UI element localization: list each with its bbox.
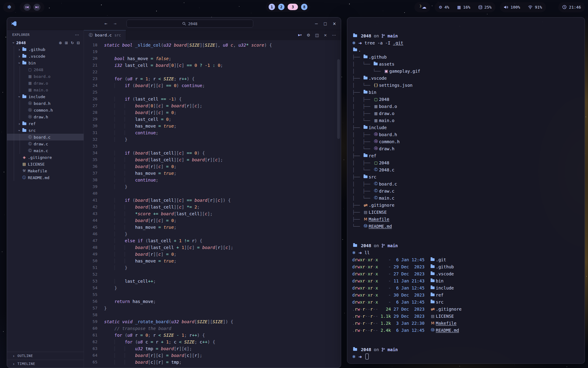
explorer-item-board.h[interactable]: Ⓗboard.h [7, 100, 84, 107]
maximize-button[interactable]: □ [323, 21, 327, 26]
code-line-61[interactable]: 61 for (u8 r = 0; r < SIZE - 1; r++) { [84, 332, 341, 339]
code-line-60[interactable]: 60 // transpose the board [84, 325, 341, 332]
code-line-37[interactable]: 37 has_move = true; [84, 170, 341, 177]
code-line-63[interactable]: 63 u32 tmp = board[r][c]; [84, 345, 341, 352]
code-line-57[interactable]: 57} [84, 305, 341, 312]
code-line-26[interactable]: 26 if (last_cell == -1) { [84, 96, 341, 102]
clock-widget[interactable]: 21:46 [558, 2, 585, 12]
code-line-40[interactable]: 40 [84, 190, 341, 197]
media-next-button[interactable] [33, 4, 40, 11]
forward-button[interactable]: → [114, 21, 116, 26]
editor-scrollbar[interactable] [337, 59, 340, 139]
code-line-41[interactable]: 41 if (board[last_cell][c] == board[r][c… [84, 197, 341, 204]
code-line-62[interactable]: 62 for (u8 c = r + 1; c < SIZE; c++) { [84, 339, 341, 345]
explorer-root-folder[interactable]: › 2048 ⊕ ⊞ ↻ ⊟ [7, 39, 84, 46]
explorer-item-.vscode[interactable]: ›.vscode [7, 53, 84, 59]
workspace-8[interactable]: 8 [301, 4, 307, 10]
explorer-item-board.c[interactable]: Ⓒboard.c [7, 134, 84, 140]
explorer-item-draw.c[interactable]: Ⓒdraw.c [7, 140, 84, 147]
code-line-32[interactable]: 32 } [84, 136, 341, 143]
explorer-item-draw.o[interactable]: ▦draw.o [7, 80, 84, 86]
explorer-item-include[interactable]: ›include [7, 93, 84, 100]
code-line-34[interactable]: 34 if (board[last_cell][c] == 0) { [84, 150, 341, 156]
code-line-58[interactable]: 58 [84, 312, 341, 318]
explorer-item-draw.h[interactable]: Ⓗdraw.h [7, 113, 84, 120]
explorer-item-board.o[interactable]: ▦board.o [7, 73, 84, 80]
code-line-31[interactable]: 31 continue; [84, 129, 341, 136]
code-line-47[interactable]: 47 else if (last_cell + 1 != r) { [84, 237, 341, 244]
code-line-39[interactable]: 39 } [84, 183, 341, 190]
explorer-item-README.md[interactable]: ⓘREADME.md [7, 174, 84, 181]
code-line-51[interactable]: 51 } [84, 264, 341, 271]
code-line-38[interactable]: 38 continue; [84, 177, 341, 183]
terminal-window[interactable]: 2048 on main❄ ➜ tree -a -I .git.├── .git… [347, 17, 585, 364]
code-line-23[interactable]: 23 for (u8 r = 1; r < SIZE; r++) { [84, 75, 341, 82]
run-button[interactable]: ▶▾ [298, 33, 302, 37]
code-line-19[interactable]: 19 [84, 48, 341, 55]
outline-section[interactable]: › OUTLINE [7, 352, 84, 360]
explorer-item-main.c[interactable]: Ⓒmain.c [7, 147, 84, 154]
code-line-33[interactable]: 33 [84, 143, 341, 150]
gear-icon[interactable]: ⚙ [307, 33, 310, 37]
explorer-item-2048[interactable]: ▢2048 [7, 66, 84, 73]
code-editor[interactable]: 18static bool _slide_col(u32 board[SIZE]… [84, 40, 341, 368]
close-editor-icon[interactable]: × [324, 33, 327, 37]
back-button[interactable]: ← [104, 21, 107, 26]
explorer-item-bin[interactable]: ›bin [7, 59, 84, 66]
code-line-27[interactable]: 27 board[0][c] = board[r][c]; [84, 102, 341, 109]
code-line-64[interactable]: 64 board[r][c] = board[c][r]; [84, 352, 341, 359]
launcher-button[interactable]: ❄ [3, 2, 15, 12]
explorer-item-LICENSE[interactable]: ▤LICENSE [7, 161, 84, 167]
code-line-50[interactable]: 50 has_move = true; [84, 258, 341, 264]
code-line-20[interactable]: 20 bool has_move = false; [84, 55, 341, 62]
explorer-item-ref[interactable]: ›ref [7, 120, 84, 127]
split-editor-icon[interactable]: ◫ [315, 33, 319, 37]
code-line-53[interactable]: 53 last_cell++; [84, 278, 341, 285]
workspace-3[interactable]: 3 [288, 4, 298, 10]
explorer-item-.github[interactable]: ›.github [7, 46, 84, 53]
code-line-18[interactable]: 18static bool _slide_col(u32 board[SIZE]… [84, 42, 341, 48]
code-line-28[interactable]: 28 board[r][c] = 0; [84, 109, 341, 116]
code-line-30[interactable]: 30 has_move = true; [84, 123, 341, 129]
code-line-55[interactable]: 55 [84, 291, 341, 298]
code-line-56[interactable]: 56 return has_move; [84, 298, 341, 305]
new-file-icon[interactable]: ⊕ [59, 40, 62, 45]
code-line-52[interactable]: 52 [84, 271, 341, 278]
workspace-1[interactable]: 1 [269, 4, 275, 10]
code-line-22[interactable]: 22 [84, 69, 341, 75]
weather-widget[interactable]: ☽ ☁ [414, 2, 431, 12]
collapse-all-icon[interactable]: ⊟ [77, 40, 80, 45]
code-line-21[interactable]: 21 i32 last_cell = board[0][c] == 0 ? -1… [84, 62, 341, 69]
timeline-section[interactable]: › TIMELINE [7, 360, 84, 368]
code-line-44[interactable]: 44 board[r][c] = 0; [84, 217, 341, 224]
media-prev-button[interactable] [24, 4, 31, 11]
explorer-item-.gitignore[interactable]: ◈.gitignore [7, 154, 84, 161]
code-line-48[interactable]: 48 board[last_cell + 1][c] = board[r][c]… [84, 244, 341, 251]
system-stats-widget[interactable]: ⚙ 4% ▦ 16% 25% [435, 2, 496, 12]
code-line-35[interactable]: 35 board[last_cell][c] = board[r][c]; [84, 156, 341, 163]
code-line-65[interactable]: 65 board[c][r] = tmp; [84, 359, 341, 366]
explorer-more-icon[interactable]: ⋯ [75, 32, 80, 37]
explorer-item-common.h[interactable]: Ⓗcommon.h [7, 107, 84, 113]
code-line-45[interactable]: 45 has_move = true; [84, 224, 341, 231]
code-line-43[interactable]: 43 *score += board[last_cell][c]; [84, 210, 341, 217]
close-button[interactable]: × [333, 21, 336, 27]
minimize-button[interactable]: – [315, 21, 318, 26]
refresh-icon[interactable]: ↻ [71, 40, 74, 45]
code-line-46[interactable]: 46 } [84, 231, 341, 237]
code-line-25[interactable]: 25 [84, 89, 341, 96]
code-line-36[interactable]: 36 board[r][c] = 0; [84, 163, 341, 170]
audio-network-widget[interactable]: 100% 91% [500, 2, 546, 12]
more-actions-icon[interactable]: ⋯ [332, 33, 336, 37]
explorer-item-main.o[interactable]: ▦main.o [7, 86, 84, 93]
tab-board-c[interactable]: Ⓒ board.c src [84, 30, 126, 40]
new-folder-icon[interactable]: ⊞ [65, 40, 68, 45]
code-line-24[interactable]: 24 if (board[r][c] == 0) continue; [84, 82, 341, 89]
code-line-59[interactable]: 59static void _rotate_board(u32 board[SI… [84, 318, 341, 325]
code-line-49[interactable]: 49 board[r][c] = 0; [84, 251, 341, 258]
code-line-29[interactable]: 29 last_cell = 0; [84, 116, 341, 123]
code-line-42[interactable]: 42 board[last_cell][c] *= 2; [84, 204, 341, 210]
vscode-titlebar[interactable]: ← → 2048 – □ × [7, 17, 341, 30]
workspace-2[interactable]: 2 [278, 4, 285, 10]
code-line-54[interactable]: 54 } [84, 285, 341, 291]
